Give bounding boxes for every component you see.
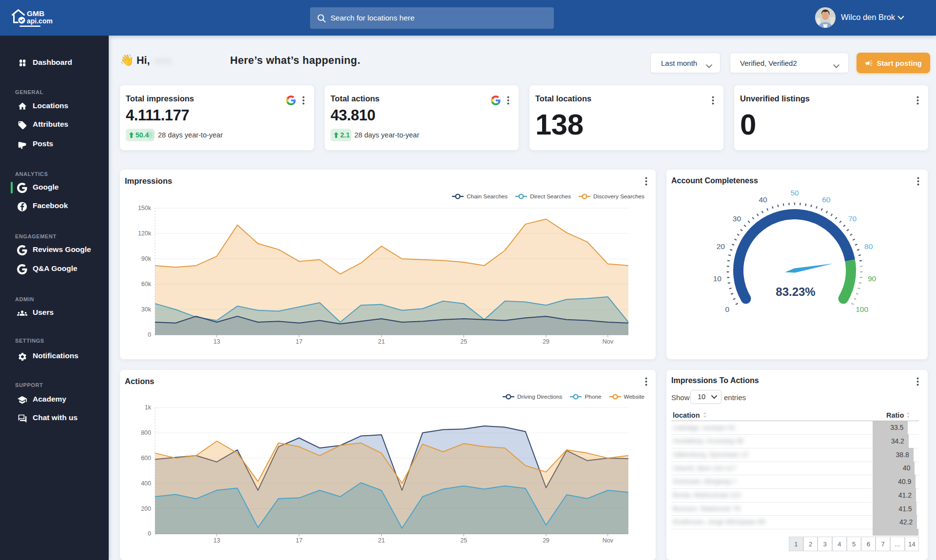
svg-text:30: 30 <box>733 214 741 223</box>
svg-text:83.23%: 83.23% <box>776 285 815 298</box>
svg-text:10: 10 <box>713 274 722 283</box>
svg-text:13: 13 <box>214 537 220 544</box>
svg-text:17: 17 <box>296 537 303 544</box>
svg-text:api.com: api.com <box>27 17 53 25</box>
svg-text:30k: 30k <box>141 306 152 313</box>
svg-text:150k: 150k <box>138 205 152 212</box>
svg-text:17: 17 <box>296 338 303 345</box>
svg-text:50: 50 <box>790 189 799 197</box>
svg-text:29: 29 <box>543 537 549 544</box>
svg-text:0: 0 <box>148 331 151 338</box>
svg-text:400: 400 <box>141 480 151 487</box>
svg-text:0: 0 <box>148 530 151 537</box>
svg-text:20: 20 <box>717 242 725 251</box>
svg-text:40: 40 <box>759 195 768 204</box>
svg-text:21: 21 <box>378 537 385 544</box>
svg-text:200: 200 <box>141 505 151 512</box>
svg-text:29: 29 <box>543 338 549 345</box>
svg-text:1k: 1k <box>145 404 152 411</box>
svg-text:25: 25 <box>460 537 467 544</box>
svg-text:Nov: Nov <box>603 537 614 544</box>
svg-text:GMB: GMB <box>27 9 44 18</box>
svg-text:0: 0 <box>725 305 730 313</box>
svg-text:25: 25 <box>460 338 467 345</box>
svg-text:21: 21 <box>378 338 385 345</box>
svg-text:90: 90 <box>868 274 877 283</box>
svg-text:100: 100 <box>856 305 868 313</box>
svg-text:90k: 90k <box>141 255 152 262</box>
svg-text:600: 600 <box>141 455 151 462</box>
svg-text:60: 60 <box>822 195 831 204</box>
svg-text:800: 800 <box>141 429 151 436</box>
svg-text:Nov: Nov <box>603 338 614 345</box>
svg-text:120k: 120k <box>138 230 152 237</box>
svg-text:60k: 60k <box>141 281 152 288</box>
svg-text:70: 70 <box>848 214 857 223</box>
svg-text:80: 80 <box>864 242 873 251</box>
svg-text:13: 13 <box>214 338 220 345</box>
